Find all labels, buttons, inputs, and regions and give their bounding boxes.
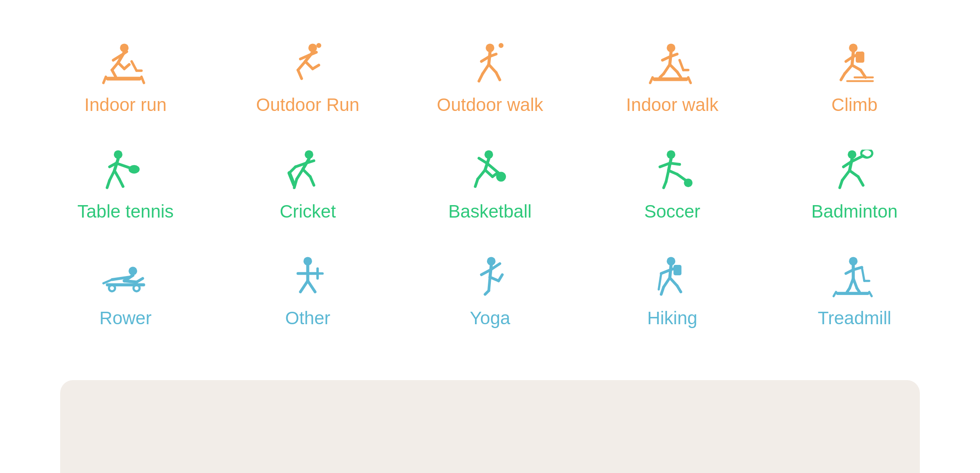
svg-line-20 (312, 65, 318, 69)
badminton-icon (829, 150, 880, 193)
climb-label: Climb (831, 95, 877, 115)
svg-line-37 (670, 64, 677, 72)
svg-line-10 (141, 77, 144, 83)
activity-basketball[interactable]: Basketball (399, 132, 581, 239)
svg-line-72 (303, 169, 310, 177)
svg-line-123 (485, 291, 489, 295)
svg-line-57 (116, 163, 131, 168)
svg-line-19 (305, 61, 312, 69)
treadmill-icon (829, 256, 880, 299)
svg-line-32 (670, 52, 671, 64)
svg-line-141 (847, 288, 850, 292)
svg-line-117 (308, 281, 315, 292)
svg-line-3 (121, 52, 127, 55)
svg-point-21 (316, 43, 321, 48)
svg-line-29 (489, 64, 496, 73)
svg-line-90 (677, 174, 686, 180)
activity-treadmill[interactable]: Treadmill (763, 239, 946, 346)
treadmill-label: Treadmill (818, 308, 891, 329)
outdoor-run-icon (282, 43, 334, 86)
yoga-label: Yoga (470, 308, 510, 329)
svg-line-30 (496, 73, 500, 80)
indoor-walk-icon (646, 43, 698, 86)
activity-climb[interactable]: Climb (763, 26, 946, 132)
activity-indoor-walk[interactable]: Indoor walk (581, 26, 763, 132)
activity-rower[interactable]: Rower (34, 239, 217, 346)
svg-line-73 (310, 177, 314, 185)
svg-line-98 (842, 171, 849, 181)
svg-line-42 (680, 60, 683, 70)
activity-outdoor-walk[interactable]: Outdoor walk (399, 26, 581, 132)
outdoor-walk-icon (464, 43, 516, 86)
cricket-label: Cricket (280, 201, 336, 222)
svg-line-132 (664, 278, 670, 287)
svg-line-17 (298, 61, 305, 70)
svg-line-100 (850, 171, 858, 177)
svg-line-35 (664, 64, 670, 74)
svg-rect-144 (836, 292, 869, 295)
svg-line-68 (289, 173, 294, 185)
basketball-icon (464, 150, 516, 193)
svg-line-4 (112, 63, 118, 70)
rower-icon (100, 256, 151, 299)
hiking-icon (646, 256, 698, 299)
activity-indoor-run[interactable]: Indoor run (34, 26, 217, 132)
svg-line-80 (475, 179, 478, 187)
climb-icon (829, 43, 880, 86)
svg-line-147 (862, 267, 864, 281)
svg-line-9 (104, 77, 106, 83)
svg-line-125 (499, 275, 502, 281)
svg-line-7 (124, 64, 129, 69)
svg-line-28 (479, 74, 483, 81)
svg-line-86 (670, 163, 680, 164)
soccer-label: Soccer (644, 201, 701, 222)
svg-line-143 (857, 288, 860, 292)
svg-line-124 (490, 277, 499, 281)
rower-label: Rower (99, 308, 151, 329)
svg-line-16 (309, 52, 316, 55)
svg-line-11 (132, 61, 136, 71)
svg-line-61 (107, 180, 110, 187)
activity-soccer[interactable]: Soccer (581, 132, 763, 239)
svg-line-122 (489, 277, 490, 291)
activity-badminton[interactable]: Badminton (763, 132, 946, 239)
main-content: Indoor run (0, 0, 980, 473)
other-label: Other (285, 308, 330, 329)
svg-line-146 (869, 292, 872, 296)
svg-line-79 (478, 170, 485, 179)
svg-line-101 (858, 177, 863, 185)
svg-line-105 (124, 281, 137, 282)
svg-line-128 (670, 265, 671, 278)
svg-line-116 (300, 281, 308, 292)
svg-line-62 (114, 171, 119, 179)
svg-line-52 (861, 70, 865, 77)
activity-other[interactable]: Other (217, 239, 399, 346)
activity-yoga[interactable]: Yoga (399, 239, 581, 346)
svg-line-89 (668, 171, 677, 175)
svg-line-110 (104, 280, 112, 283)
svg-point-58 (129, 165, 140, 174)
activity-outdoor-run[interactable]: Outdoor Run (217, 26, 399, 132)
activity-hiking[interactable]: Hiking (581, 239, 763, 346)
svg-line-78 (479, 158, 487, 163)
activity-grid: Indoor run (0, 17, 980, 354)
svg-line-134 (670, 278, 677, 286)
svg-line-70 (297, 169, 303, 179)
other-icon (282, 256, 334, 299)
indoor-walk-label: Indoor walk (626, 95, 719, 115)
svg-line-51 (852, 65, 861, 70)
basketball-label: Basketball (448, 201, 532, 222)
yoga-icon (464, 256, 516, 299)
indoor-run-label: Indoor run (84, 95, 166, 115)
activity-cricket[interactable]: Cricket (217, 132, 399, 239)
svg-line-36 (660, 74, 664, 77)
svg-line-50 (841, 74, 845, 80)
activity-table-tennis[interactable]: Table tennis (34, 132, 217, 239)
svg-line-135 (677, 286, 681, 292)
svg-line-63 (119, 179, 123, 187)
svg-rect-8 (106, 77, 141, 81)
svg-line-18 (298, 70, 302, 79)
svg-line-145 (833, 292, 836, 296)
table-tennis-label: Table tennis (77, 201, 174, 222)
svg-line-27 (483, 64, 489, 74)
